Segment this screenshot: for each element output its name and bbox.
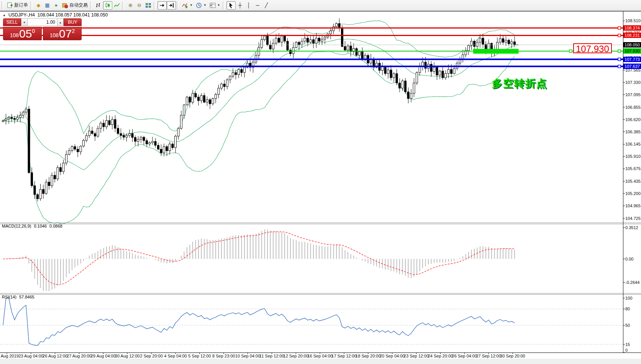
- rsi-tick-label: 0: [625, 348, 628, 353]
- templates-button[interactable]: ▼: [208, 1, 222, 10]
- toolbar-group-separator: [30, 2, 33, 9]
- price-tick-label: 104.725: [625, 216, 641, 221]
- time-label: 18 Sep 20:00: [356, 354, 380, 358]
- candlestick-chart-icon: [105, 2, 111, 8]
- price-tick-label: 105.675: [625, 166, 641, 171]
- volume-decrease-button[interactable]: ▼: [21, 18, 28, 26]
- symbol-period-label: USDJPY-,H4: [8, 12, 35, 18]
- time-label: 23 Sep 12:00: [404, 354, 429, 358]
- toolbar-group-separator: [90, 2, 92, 9]
- zoom-out-icon: ⊖: [137, 3, 141, 8]
- volume-input[interactable]: 1.00: [28, 18, 57, 26]
- new-chart-button[interactable]: ◆: [34, 1, 43, 10]
- rsi-value: 57.8465: [19, 295, 34, 299]
- auto-scroll-icon: [159, 2, 165, 8]
- buy-button[interactable]: BUY: [64, 18, 82, 26]
- crosshair-button[interactable]: ┼: [236, 1, 244, 10]
- time-label: 5 Sep 12:00: [188, 354, 211, 358]
- chevron-down-icon: ▼: [190, 3, 193, 7]
- toolbar-group-separator: [154, 2, 156, 9]
- level-price-tag: 107.637: [623, 64, 641, 69]
- price-tick-label: 106.855: [625, 105, 641, 110]
- trendline-icon: ╱: [265, 3, 268, 8]
- trendline-button[interactable]: ╱: [262, 1, 271, 10]
- sell-button[interactable]: SELL: [3, 18, 21, 26]
- auto-scroll-button[interactable]: [157, 1, 167, 10]
- periods-button[interactable]: ▼: [194, 1, 208, 10]
- candlestick-chart-button[interactable]: [103, 1, 112, 10]
- crosshair-icon: ┼: [238, 3, 242, 8]
- zoom-in-icon: ⊕: [128, 3, 133, 8]
- chart-canvas[interactable]: [0, 0, 641, 364]
- macd-value: 0.1046: [34, 224, 47, 228]
- time-label: 26 Sep 04:00: [452, 354, 477, 358]
- cursor-icon: [228, 2, 234, 8]
- auto-trading-icon: [62, 2, 68, 8]
- auto-trading-label: 自动交易: [69, 2, 88, 8]
- market-watch-icon: ▦: [45, 3, 49, 8]
- tile-windows-button[interactable]: [144, 1, 153, 10]
- chart-shift-button[interactable]: [167, 1, 176, 10]
- level-price-tag: 107.930: [623, 48, 641, 54]
- price-tick-label: 105.435: [625, 179, 641, 184]
- chart-title: ▲ USDJPY-,H4 108.044 108.057 108.041 108…: [3, 12, 108, 18]
- macd-tick-label: 0.3512: [625, 225, 638, 230]
- cursor-button[interactable]: [226, 1, 236, 10]
- zoom-out-button[interactable]: ⊖: [135, 1, 144, 10]
- time-label: 27 Sep 12:00: [476, 354, 501, 358]
- horizontal-line-button[interactable]: ─: [253, 1, 262, 10]
- periods-icon: [196, 2, 202, 8]
- price-tick-label: 105.200: [625, 191, 641, 196]
- collapse-panel-icon[interactable]: ▲: [3, 13, 6, 17]
- buy-price[interactable]: 108072: [43, 27, 82, 40]
- price-tick-label: 107.330: [625, 80, 641, 85]
- time-label: 27 Aug 20:00: [67, 354, 92, 358]
- time-label: 24 Sep 20:00: [428, 354, 453, 358]
- time-label: 4 Sep 04:00: [164, 354, 187, 358]
- market-watch-button[interactable]: ▦: [43, 1, 52, 10]
- rsi-tick-label: 100: [625, 296, 632, 300]
- time-label: 8 Sep 23:00: [212, 354, 235, 358]
- vertical-line-icon: │: [247, 3, 250, 8]
- rsi-header: RSI(14) 57.8465: [2, 295, 34, 299]
- toolbar: 新订单◆▦●自动交易⊕⊖▼▼▼┼│─╱: [0, 0, 641, 11]
- indicators-button[interactable]: ▼: [180, 1, 194, 10]
- toolbar-group-separator: [122, 2, 125, 9]
- new-order-label: 新订单: [14, 2, 28, 8]
- macd-tick-label: 0.00: [625, 257, 633, 261]
- rsi-tick-label: 15: [625, 342, 630, 347]
- time-label: 23 Aug 04:00: [18, 354, 43, 358]
- volume-increase-button[interactable]: ▲: [57, 18, 64, 26]
- macd-signal-value: 0.0868: [49, 224, 62, 228]
- sell-price[interactable]: 108050: [3, 27, 42, 40]
- templates-icon: [210, 2, 216, 8]
- bar-chart-icon: [95, 2, 102, 8]
- vertical-line-button[interactable]: │: [244, 1, 253, 10]
- price-tick-label: 106.620: [625, 117, 641, 122]
- time-label: 20 Sep 04:00: [380, 354, 405, 358]
- zoom-in-button[interactable]: ⊕: [126, 1, 135, 10]
- time-label: 10 Sep 04:00: [235, 354, 260, 358]
- new-order-icon: [7, 2, 13, 8]
- current-price-tag: 108.050: [623, 42, 641, 48]
- auto-trading-button[interactable]: 自动交易: [61, 1, 89, 10]
- level-price-tag: 107.773: [623, 57, 641, 62]
- price-tick-label: 107.095: [625, 92, 641, 97]
- time-label: 30 Sep 20:00: [500, 354, 525, 358]
- price-tick-label: 105.910: [625, 154, 641, 159]
- time-label: 11 Sep 12:00: [259, 354, 284, 358]
- time-label: 16 Sep 04:00: [307, 354, 332, 358]
- indicators-icon: [182, 2, 188, 8]
- time-label: 2 Sep 20:00: [140, 354, 162, 358]
- chevron-down-icon: ▼: [217, 3, 220, 7]
- new-order-button[interactable]: 新订单: [5, 1, 30, 10]
- chart-shift-icon: [168, 2, 174, 8]
- bar-chart-button[interactable]: [94, 1, 103, 10]
- line-chart-button[interactable]: [112, 1, 121, 10]
- toolbar-group-separator: [223, 2, 225, 9]
- ohlc-values: 108.044 108.057 108.041 108.050: [38, 12, 108, 18]
- time-label: 29 Aug 04:00: [91, 354, 116, 358]
- price-tick-label: 104.965: [625, 203, 641, 208]
- time-label: 21 Aug 2019: [0, 354, 19, 358]
- navigator-button[interactable]: ●: [52, 1, 61, 10]
